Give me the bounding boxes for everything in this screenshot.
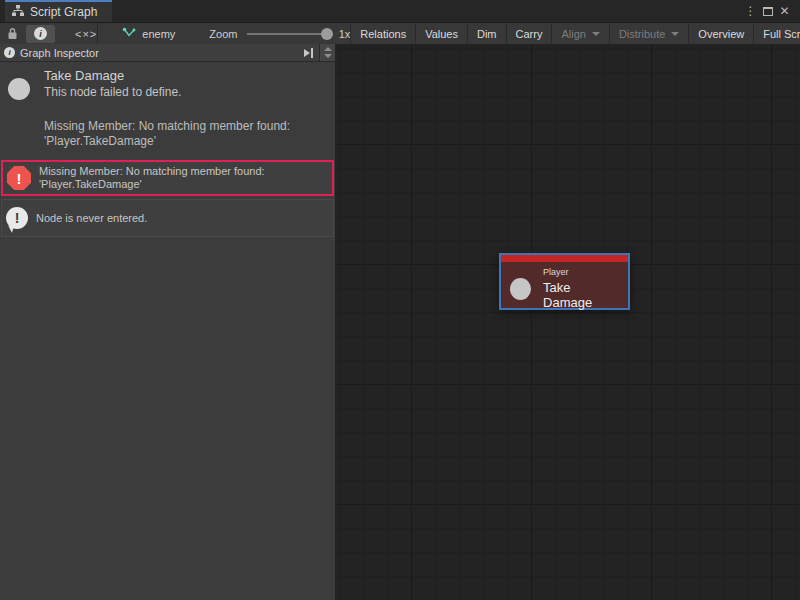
zoom-label: Zoom [209, 28, 237, 40]
tab-bar: Script Graph ⋮ ✕ [0, 0, 800, 22]
graph-toolbar: i <×> enemy Zoom 1x Relations Values Dim… [0, 22, 800, 44]
lock-icon[interactable] [0, 27, 24, 40]
panel-scrubber[interactable] [319, 44, 335, 61]
node-title: Take Damage [543, 280, 620, 310]
values-button[interactable]: Values [416, 23, 468, 44]
error-icon: ! [7, 166, 31, 190]
dim-code-icon[interactable]: <×> [75, 28, 97, 40]
node-body: Player Take Damage [501, 262, 628, 316]
toolbar-breadcrumb-zoom-group: enemy Zoom 1x [97, 23, 351, 44]
node-type-icon [8, 78, 30, 100]
node-summary: Take Damage This node failed to define. … [0, 62, 335, 160]
dock-panel-icon[interactable] [304, 48, 313, 58]
node-icon [510, 278, 531, 300]
warning-message-box: ! Node is never entered. [1, 199, 334, 237]
window-controls: ⋮ ✕ [742, 0, 800, 22]
info-icon: i [4, 47, 15, 58]
graph-canvas[interactable]: Player Take Damage [337, 44, 800, 600]
zoom-slider-knob[interactable] [321, 28, 333, 40]
node-category: Player [543, 267, 620, 277]
warning-icon: ! [6, 207, 28, 229]
script-graph-icon [12, 5, 24, 19]
node-summary-detail-line1: Missing Member: No matching member found… [44, 119, 325, 133]
relations-button[interactable]: Relations [351, 23, 416, 44]
zoom-slider[interactable] [247, 33, 329, 35]
chevron-down-icon [671, 32, 679, 36]
align-button: Align [552, 23, 609, 44]
error-message-text: Missing Member: No matching member found… [39, 165, 265, 191]
overview-button[interactable]: Overview [689, 23, 754, 44]
graph-inspector-panel: i Graph Inspector Take Damage This node … [0, 44, 337, 600]
full-screen-button[interactable]: Full Screen [754, 23, 800, 44]
scroll-down-icon[interactable] [324, 54, 332, 58]
tab-script-graph[interactable]: Script Graph [5, 0, 112, 22]
graph-breadcrumb-icon [122, 27, 136, 41]
inspector-empty-area [0, 237, 335, 600]
scroll-up-icon[interactable] [324, 47, 332, 51]
chevron-down-icon [592, 32, 600, 36]
zoom-value: 1x [339, 28, 351, 40]
inspector-header-controls [304, 44, 335, 61]
info-icon: i [34, 27, 47, 40]
warning-message-text: Node is never entered. [36, 212, 147, 225]
window-menu-icon[interactable]: ⋮ [742, 0, 759, 22]
graph-inspector-header: i Graph Inspector [0, 44, 335, 62]
inspector-toggle-button[interactable]: i [26, 25, 55, 43]
maximize-icon[interactable] [759, 0, 776, 22]
node-summary-detail-line2: 'Player.TakeDamage' [44, 134, 325, 148]
distribute-button: Distribute [610, 23, 689, 44]
graph-breadcrumb[interactable]: enemy [142, 28, 175, 40]
node-summary-subtitle: This node failed to define. [44, 85, 325, 100]
error-message-box: ! Missing Member: No matching member fou… [1, 160, 334, 196]
carry-button[interactable]: Carry [507, 23, 553, 44]
take-damage-node[interactable]: Player Take Damage [499, 253, 630, 310]
dim-button[interactable]: Dim [468, 23, 507, 44]
graph-inspector-title: Graph Inspector [20, 47, 99, 59]
toolbar-left-group: i <×> [0, 23, 97, 44]
toolbar-buttons: Relations Values Dim Carry Align Distrib… [351, 23, 800, 44]
close-icon[interactable]: ✕ [776, 0, 793, 22]
node-texts: Player Take Damage [543, 267, 620, 310]
main-area: i Graph Inspector Take Damage This node … [0, 44, 800, 600]
node-error-strip [501, 255, 628, 262]
node-summary-title: Take Damage [44, 68, 325, 84]
tab-label: Script Graph [30, 5, 97, 19]
